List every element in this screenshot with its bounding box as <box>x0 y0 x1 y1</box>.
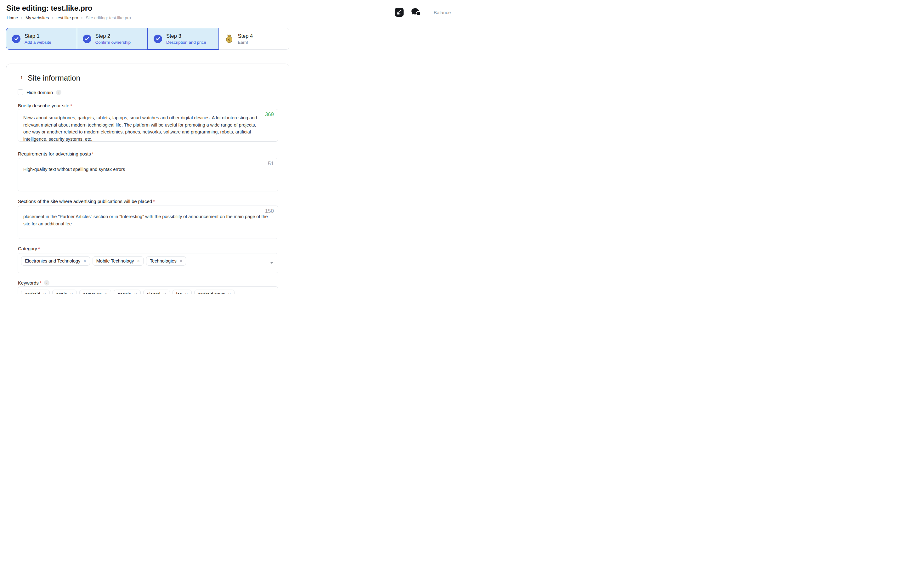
required-asterisk: * <box>70 103 72 108</box>
describe-field-label: Briefly describe your site* <box>18 103 72 108</box>
breadcrumb-site[interactable]: test.like.pro <box>56 16 78 20</box>
required-asterisk: * <box>38 246 40 251</box>
keywords-field-label: Keywords* i <box>18 280 49 285</box>
check-icon <box>154 35 162 43</box>
breadcrumb-separator-dot <box>52 17 53 19</box>
keyword-chip: xiaomi × <box>143 290 170 294</box>
chevron-down-icon[interactable] <box>270 262 273 264</box>
section-number: 1 <box>21 75 23 80</box>
step-title: Step 2 <box>96 33 131 39</box>
analytics-button[interactable] <box>395 8 404 17</box>
sections-field-label: Sections of the site where advertising p… <box>18 199 155 204</box>
remove-chip-icon[interactable]: × <box>43 292 46 294</box>
keywords-select[interactable]: android × apple × samsung × google × xia… <box>18 287 278 294</box>
requirements-field-label: Requirements for advertising posts* <box>18 151 94 156</box>
remove-chip-icon[interactable]: × <box>228 292 231 294</box>
remove-chip-icon[interactable]: × <box>70 292 73 294</box>
site-editing-page: Site editing: test.like.pro Home My webs… <box>0 0 453 294</box>
required-asterisk: * <box>92 151 94 156</box>
step-3-description-and-price[interactable]: Step 3 Description and price <box>147 28 219 50</box>
char-counter: 150 <box>265 208 274 214</box>
remove-chip-icon[interactable]: × <box>163 292 166 294</box>
category-chip: Mobile Technology × <box>93 256 144 266</box>
category-select[interactable]: Electronics and Technology × Mobile Tech… <box>18 253 278 273</box>
section-title: Site information <box>28 74 80 83</box>
step-title: Step 3 <box>166 33 206 39</box>
requirements-textarea[interactable]: 51 High-quality text without spelling an… <box>18 158 278 191</box>
step-subtitle: Earn! <box>238 40 253 45</box>
category-chip: Electronics and Technology × <box>21 256 90 266</box>
hide-domain-checkbox[interactable] <box>18 89 23 95</box>
required-asterisk: * <box>153 199 155 204</box>
requirements-text: High-quality text without spelling and s… <box>18 158 278 173</box>
hide-domain-label: Hide domain <box>26 90 53 95</box>
breadcrumb-my-websites[interactable]: My websites <box>26 16 49 20</box>
step-2-confirm-ownership[interactable]: Step 2 Confirm ownership <box>77 28 148 50</box>
remove-chip-icon[interactable]: × <box>83 259 86 263</box>
remove-chip-icon[interactable]: × <box>137 259 140 263</box>
remove-chip-icon[interactable]: × <box>185 292 188 294</box>
remove-chip-icon[interactable]: × <box>180 259 182 263</box>
header-actions: Balance <box>395 8 451 17</box>
breadcrumb-separator-dot <box>21 17 22 19</box>
char-counter: 369 <box>265 112 274 118</box>
category-chips: Electronics and Technology × Mobile Tech… <box>18 253 278 269</box>
money-bag-icon: $ <box>225 34 234 43</box>
describe-text: News about smartphones, gadgets, tablets… <box>18 109 278 143</box>
required-asterisk: * <box>40 280 41 285</box>
step-title: Step 1 <box>25 33 51 39</box>
breadcrumb-current: Site editing: test.like.pro <box>86 16 131 20</box>
step-4-earn[interactable]: $ Step 4 Earn! <box>219 28 290 50</box>
keyword-chip: ios × <box>172 290 192 294</box>
site-information-card: 1 Site information Hide domain i Briefly… <box>6 64 289 294</box>
breadcrumb-separator-dot <box>81 17 83 19</box>
step-1-add-a-website[interactable]: Step 1 Add a website <box>6 28 77 50</box>
keyword-chip: google × <box>114 290 141 294</box>
chat-icon <box>411 8 421 17</box>
keyword-chip: android × <box>21 290 50 294</box>
describe-textarea[interactable]: 369 News about smartphones, gadgets, tab… <box>18 109 278 142</box>
keyword-chip: android news × <box>194 290 235 294</box>
page-title: Site editing: test.like.pro <box>6 4 92 13</box>
keyword-chips: android × apple × samsung × google × xia… <box>18 287 278 294</box>
check-icon <box>12 35 21 43</box>
keyword-chip: apple × <box>52 290 77 294</box>
char-counter: 51 <box>268 161 274 167</box>
svg-text:$: $ <box>228 37 230 42</box>
stepper: Step 1 Add a website Step 2 Confirm owne… <box>6 28 289 50</box>
keyword-chip: samsung × <box>79 290 111 294</box>
remove-chip-icon[interactable]: × <box>105 292 107 294</box>
step-subtitle: Confirm ownership <box>96 40 131 45</box>
step-subtitle: Add a website <box>25 40 51 45</box>
breadcrumb: Home My websites test.like.pro Site edit… <box>6 16 131 20</box>
category-field-label: Category* <box>18 246 40 251</box>
remove-chip-icon[interactable]: × <box>134 292 137 294</box>
analytics-chart-icon <box>396 10 402 15</box>
info-icon[interactable]: i <box>44 280 49 285</box>
hide-domain-row: Hide domain i <box>18 89 61 95</box>
step-title: Step 4 <box>238 33 253 39</box>
chat-button[interactable] <box>411 8 422 17</box>
sections-text: placement in the "Partner Articles" sect… <box>18 206 278 227</box>
sections-textarea[interactable]: 150 placement in the "Partner Articles" … <box>18 206 278 239</box>
balance-label[interactable]: Balance <box>434 10 451 15</box>
info-icon[interactable]: i <box>56 90 61 95</box>
step-subtitle: Description and price <box>166 40 206 45</box>
breadcrumb-home[interactable]: Home <box>6 16 18 20</box>
category-chip: Technologies × <box>146 256 186 266</box>
check-icon <box>83 35 91 43</box>
